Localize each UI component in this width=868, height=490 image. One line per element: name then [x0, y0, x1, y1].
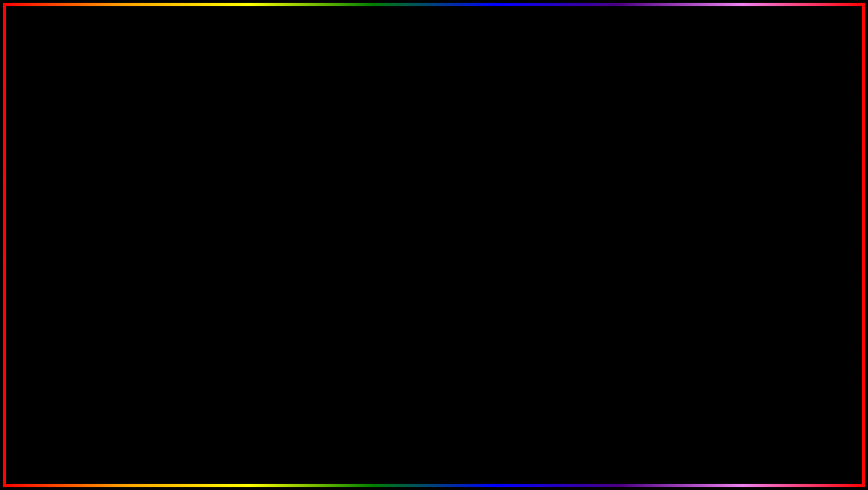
auto-buy-chip-label: Auto Buy Chip Dungeon: [112, 222, 240, 228]
right-nav-stats[interactable]: Stats: [618, 232, 652, 242]
right-fps-value: 42: [810, 145, 816, 151]
left-nav-stats[interactable]: Stats: [48, 186, 82, 196]
farm-selected-monster-row: Farm Selected Monster: [660, 257, 823, 274]
letter-s: S: [652, 8, 700, 85]
main-title: BLOX FRUITS: [168, 12, 701, 81]
svg-marker-9: [665, 263, 671, 267]
left-ping: [Ping] : 82.8596 (15%CV): [104, 170, 252, 175]
auto-start-dungeon-label: Auto Start Dungeon: [112, 239, 240, 245]
right-panel-header: FTS X HUB Blox Fruit UPD 18 [Time] : 08:…: [615, 139, 828, 158]
left-fps-label: [FPS] :: [214, 145, 231, 151]
left-fps-value: 19: [240, 145, 246, 151]
option-icon-2: [91, 237, 104, 246]
right-username: XxArSendxX: [640, 167, 668, 173]
right-fts-icon-2: [664, 263, 671, 268]
left-logo-text: FTS X HUB: [65, 145, 98, 152]
start-auto-farm-row: Start Auto Farm: [660, 205, 823, 222]
bf-logo-fruits: FRUITS: [782, 455, 823, 467]
farm-selected-monster-label: Farm Selected Monster: [682, 262, 810, 268]
auto-next-island-checkbox[interactable]: [243, 254, 251, 263]
select-dungeon-value: Select Dungeon : Bird: Phoenix: [94, 202, 170, 209]
fts-icon-2: [94, 239, 101, 245]
right-logo-svg: [623, 144, 631, 152]
right-fts-icon-1: [664, 211, 671, 216]
letter-u: U: [532, 8, 585, 85]
letter-f: F: [435, 8, 480, 85]
character-area: 🧝: [355, 191, 513, 415]
letter-b: B: [168, 8, 220, 85]
right-nav-racev4[interactable]: Race V4: [618, 221, 652, 231]
left-nav-player[interactable]: Player: [48, 197, 82, 207]
right-panel-info: Blox Fruit UPD 18 [Time] : 08:36:54 [FPS…: [676, 145, 823, 151]
select-mode-dropdown[interactable]: Select Mode Farm : ▼: [660, 188, 823, 199]
right-nav-settings[interactable]: Settings: [618, 197, 652, 207]
logo-svg: [53, 144, 61, 152]
right-fps-label: [FPS] :: [784, 145, 801, 151]
left-panel-header: FTS X HUB Blox Fruit UPD 18 [Time] : 08:…: [45, 139, 258, 158]
fts-icon-1: [94, 223, 101, 228]
fts-icon-3: [94, 256, 101, 261]
auto-start-dungeon-checkbox[interactable]: [243, 238, 251, 246]
character-silhouette: 🧝: [372, 316, 496, 415]
right-logo: FTS X HUB: [620, 142, 669, 155]
left-logo-icon: [50, 142, 63, 155]
right-time-label: [Time] :: [728, 145, 746, 151]
right-game: Blox Fruit UPD 18: [676, 145, 719, 151]
separator-4: [107, 271, 108, 279]
start-auto-farm-checkbox[interactable]: [814, 209, 822, 218]
svg-marker-4: [94, 256, 101, 261]
other-section-divider: Other: [660, 224, 823, 236]
letter-l: L: [220, 8, 265, 85]
svg-marker-3: [94, 240, 101, 244]
letter-o: O: [265, 8, 322, 85]
kill-aura-label: Kill Aura: [112, 272, 240, 278]
select-mode-label: Select Mode Farm :: [665, 191, 712, 197]
pastebin-text: PASTEBIN: [554, 430, 733, 469]
auto-buy-chip-checkbox[interactable]: [243, 221, 251, 229]
select-monster-dropdown[interactable]: Select Monster : ▼: [660, 240, 823, 251]
chevron-down-icon: ▼: [172, 202, 177, 209]
right-time-value: 08:36:54: [754, 145, 775, 151]
right-logo-icon: [620, 142, 634, 155]
kill-aura-checkbox[interactable]: [243, 271, 251, 279]
bottom-area: AUTO FARM SCRIPT PASTEBIN: [3, 425, 865, 474]
left-subheader: Use in Dungeon Only!: [89, 187, 253, 195]
bf-logo-skull: 💀: [788, 419, 816, 441]
letter-r: R: [480, 8, 532, 85]
left-nav-misc[interactable]: Misc: [48, 256, 82, 266]
main-container: BLOX FRUITS 🧝 FTS X HUB Blox Fru: [0, 0, 868, 490]
left-username: XxArSendxX: [70, 167, 98, 173]
left-nav-shop[interactable]: Shop: [48, 244, 82, 254]
separator-3: [107, 254, 108, 263]
option-icon-4: [91, 271, 104, 280]
left-nav-dungeon[interactable]: Dungeon: [48, 221, 82, 231]
left-nav-fruitexp[interactable]: Fruit+Esp: [48, 232, 82, 242]
right-sidebar: Main Settings Weapons Race V4 Stats Play…: [615, 182, 655, 278]
bf-logo-blox: BL●X: [785, 441, 819, 455]
right-separator-2: [678, 261, 679, 269]
left-nav-teleport[interactable]: Teleport: [48, 209, 82, 219]
left-hrs: Hr(s) : 0 Min(s) : 2 Sec(s) : 35: [104, 165, 252, 170]
script-text: SCRIPT: [413, 430, 545, 469]
right-option-icon-1: [662, 209, 674, 218]
select-dungeon-dropdown[interactable]: Select Dungeon : Bird: Phoenix ▼: [89, 200, 182, 211]
letter-space: [392, 8, 413, 85]
letter-x: X: [322, 8, 370, 85]
right-nav-main[interactable]: Main: [618, 186, 652, 196]
select-mode-chevron: ▼: [813, 191, 819, 197]
right-nav-player[interactable]: Player: [618, 244, 652, 254]
auto-start-dungeon-row: Auto Start Dungeon: [89, 234, 253, 250]
right-ping: [Ping] : 75.3956 (20%CV): [675, 170, 823, 175]
right-panel-body: Main Settings Weapons Race V4 Stats Play…: [615, 182, 828, 278]
fts-icon-4: [94, 272, 101, 278]
right-nav-weapons[interactable]: Weapons: [618, 209, 652, 219]
svg-marker-2: [94, 223, 101, 227]
left-panel-info: Blox Fruit UPD 18 [Time] : 08:37:21 [FPS…: [105, 145, 252, 151]
svg-marker-8: [665, 211, 671, 216]
kill-aura-row: Kill Aura: [89, 267, 253, 284]
farm-selected-monster-checkbox[interactable]: [814, 261, 822, 269]
left-logo: FTS X HUB: [50, 142, 98, 155]
right-nav-teleport[interactable]: Teleport: [618, 256, 652, 266]
right-panel: FTS X HUB Blox Fruit UPD 18 [Time] : 08:…: [613, 138, 829, 280]
left-sidebar: Stats Player Teleport Dungeon Fruit+Esp …: [45, 182, 85, 288]
